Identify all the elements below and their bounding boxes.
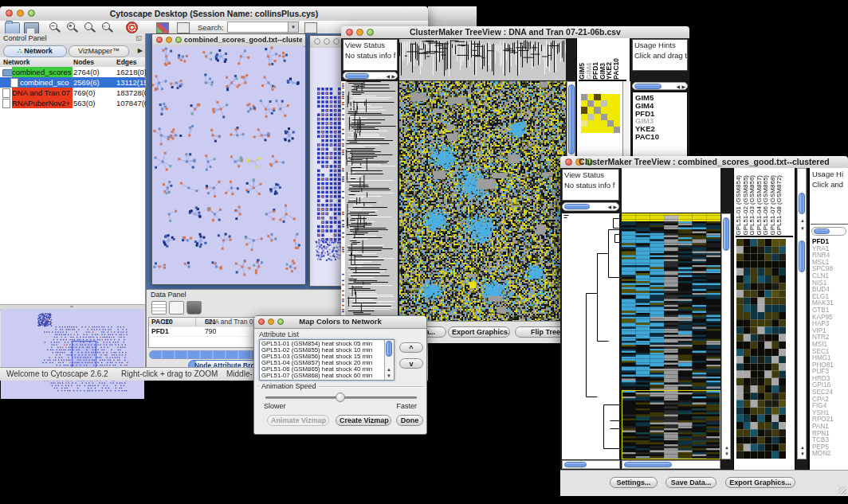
network-name[interactable]: combined_sco (20, 77, 73, 88)
file-icon (10, 78, 18, 88)
scroll-thumb[interactable] (386, 341, 392, 357)
move-up-button[interactable]: ^ (399, 342, 423, 353)
zoom-selected-button[interactable] (84, 22, 92, 30)
network-name[interactable]: RNAPuberNov2+ (12, 98, 73, 108)
scroll-thumb[interactable] (814, 229, 830, 234)
scroll-up-icon[interactable]: ▲ (724, 445, 729, 450)
tv1-row-dendrogram[interactable] (345, 81, 398, 321)
scroll-thumb[interactable] (345, 73, 369, 79)
save-session-button[interactable] (24, 22, 39, 34)
search-input[interactable] (227, 21, 289, 33)
col-header-edges[interactable]: Edges (116, 58, 137, 66)
tv2-uh-scrollbar[interactable] (811, 227, 846, 236)
tv1-column-dendrogram[interactable] (399, 39, 566, 80)
tv2-labels-vscrollbar[interactable]: ▲ ▼ ▲ ▼ (797, 168, 807, 459)
matrix-cell (614, 127, 620, 133)
scroll-down-icon[interactable]: ▼ (724, 451, 729, 456)
animation-speed-slider[interactable] (265, 397, 417, 399)
float-panel-icon[interactable]: ◱ (135, 34, 142, 41)
birdseye-overview[interactable] (1, 309, 144, 399)
attribute-listbox[interactable]: GPL51-01 (GSM854) heat shock 05 minGPL51… (259, 339, 395, 381)
help-button[interactable] (126, 21, 138, 33)
tv2-heat-hscroll[interactable] (622, 460, 720, 469)
scroll-left-icon[interactable]: ◀ (386, 74, 390, 79)
zoom-window-button[interactable] (175, 37, 182, 43)
save-data-button[interactable]: Save Data... (665, 477, 716, 488)
tv2-vs-scrollbar[interactable]: ◀ ▶ (562, 202, 619, 211)
annotation-icon[interactable] (177, 22, 190, 33)
scroll-thumb[interactable] (799, 240, 805, 272)
minimize-button[interactable] (324, 38, 330, 45)
tab-network[interactable]: ∴ Network (3, 45, 67, 57)
donebutton[interactable]: Done (396, 415, 423, 426)
tv1-heatmap[interactable] (399, 81, 566, 321)
zoom-fit-button[interactable]: ▫ (102, 22, 110, 30)
network-list-row[interactable]: DNA and Tran 07769(0)183728(0) (0, 88, 145, 98)
zoom-in-button[interactable]: + (67, 22, 75, 30)
close-button[interactable] (314, 38, 320, 45)
attribute-list-scrollbar[interactable]: ▲ ▼ (384, 340, 394, 380)
minimize-button[interactable] (166, 37, 172, 43)
network-list-row[interactable]: RNAPuberNov2+563(0)107847(0) (0, 98, 145, 108)
scroll-left-icon[interactable]: ◀ (607, 205, 611, 209)
scroll-thumb[interactable] (634, 84, 662, 89)
scroll-up-icon[interactable]: ▲ (387, 367, 391, 372)
network-list-row[interactable]: combined_scores2764(0)16218(0) (0, 67, 145, 77)
scroll-down-icon[interactable]: ▼ (800, 451, 805, 456)
network-canvas-1[interactable] (152, 46, 304, 283)
network-name[interactable]: DNA and Tran 07 (12, 88, 73, 98)
col-header-nodes[interactable]: Nodes (73, 58, 94, 66)
move-down-button[interactable]: v (399, 358, 423, 369)
file-icon (2, 88, 10, 98)
settings-button[interactable]: Settings... (610, 477, 658, 488)
scroll-right-icon[interactable]: ▶ (391, 74, 395, 79)
open-session-button[interactable] (5, 22, 20, 34)
tv1-uh-scrollbar[interactable]: ◀ ▶ (632, 82, 688, 90)
close-button[interactable] (156, 37, 163, 43)
scroll-thumb[interactable] (723, 217, 729, 251)
network-list-row[interactable]: combined_sco2569(6)13112(15) (0, 77, 145, 88)
attribute-list-item[interactable]: GPL51-07 (GSM868) heat shock 60 min (261, 373, 381, 379)
zoom-window-button[interactable] (333, 38, 340, 45)
scroll-thumb[interactable] (799, 193, 805, 214)
resize-grip[interactable] (838, 486, 846, 494)
tab-overflow-icon[interactable]: ▶ (138, 47, 143, 54)
scroll-thumb[interactable] (564, 204, 590, 209)
col-header-network[interactable]: Network (3, 58, 30, 66)
tv2-dend-hscroll[interactable] (562, 460, 620, 469)
search-dropdown-icon[interactable]: ▼ (288, 21, 299, 33)
tv2-row-dendrogram[interactable] (562, 213, 620, 459)
tab-vizmapper[interactable]: VizMapper™ (69, 45, 129, 57)
scroll-right-icon[interactable]: ▶ (681, 84, 685, 89)
scroll-right-icon[interactable]: ▶ (613, 205, 617, 209)
status-welcome: Welcome to Cytoscape 2.6.2 (6, 369, 108, 378)
new-attribute-icon[interactable] (169, 301, 184, 315)
slider-thumb[interactable] (336, 393, 345, 402)
gene-label[interactable]: MON2 (812, 451, 848, 458)
scroll-left-icon[interactable]: ◀ (676, 84, 680, 89)
zoom-out-button[interactable]: − (49, 22, 57, 30)
tv2-sub-heatmap[interactable] (736, 239, 786, 459)
delete-attribute-icon[interactable] (186, 301, 202, 315)
array-column-label: GPL51-08 (GSM872) (776, 175, 783, 236)
attribute-editor-icon[interactable] (304, 22, 317, 33)
network-view-window-1[interactable]: combined_scores_good.txt--cluste... (151, 33, 306, 285)
animate-vizmapbutton[interactable]: Animate Vizmap (267, 415, 329, 426)
export-graphics-button[interactable]: Export Graphics... (448, 326, 510, 338)
table-mode-icon[interactable] (151, 301, 167, 315)
scroll-down-icon[interactable]: ▼ (387, 373, 391, 378)
scroll-up-icon[interactable]: ▲ (800, 218, 805, 223)
create-vizmapbutton[interactable]: Create Vizmap (336, 415, 391, 426)
network-name[interactable]: combined_scores (12, 67, 73, 77)
matrix-row-label[interactable]: PAC10 (635, 133, 687, 141)
tv1-vs-scrollbar[interactable]: ◀ ▶ (343, 72, 398, 80)
vizmapper-icon[interactable] (156, 22, 169, 33)
export-graphics-button[interactable]: Export Graphics... (725, 477, 795, 488)
scroll-up-icon[interactable]: ▲ (800, 445, 805, 450)
tv2-vscrollbar[interactable]: ▲ ▼ (721, 213, 731, 459)
matrix-cell (614, 114, 620, 120)
scroll-down-icon[interactable]: ▼ (800, 226, 805, 231)
scroll-thumb[interactable] (568, 84, 575, 154)
network-list: combined_scores2764(0)16218(0)combined_s… (0, 67, 145, 108)
main-titlebar[interactable]: Cytoscape Desktop (Session Name: collins… (0, 6, 428, 21)
